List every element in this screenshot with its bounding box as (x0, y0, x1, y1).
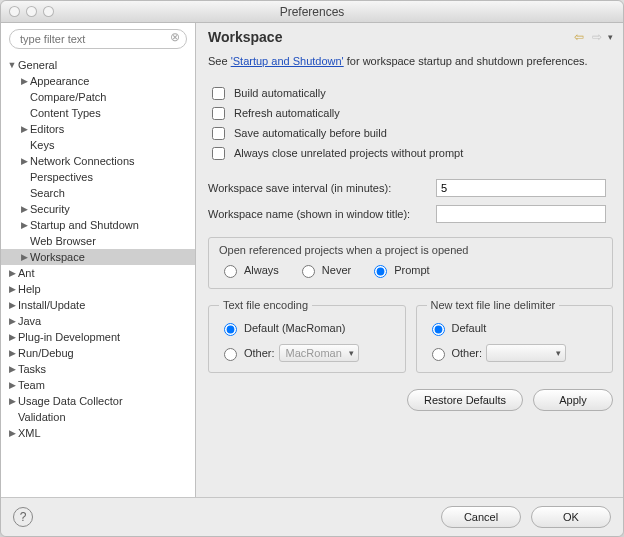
delimiter-other-radio[interactable] (432, 348, 445, 361)
open-ref-prompt-label: Prompt (394, 264, 429, 276)
tree-item[interactable]: ▶Workspace (1, 249, 195, 265)
tree-item-label: Run/Debug (17, 347, 74, 359)
save-interval-input[interactable] (436, 179, 606, 197)
delimiter-default-radio[interactable] (432, 323, 445, 336)
tree-item[interactable]: ▶Java (1, 313, 195, 329)
refresh-automatically-checkbox[interactable] (212, 107, 225, 120)
titlebar: Preferences (1, 1, 623, 23)
tree-item-label: Compare/Patch (29, 91, 106, 103)
encoding-other-radio[interactable] (224, 348, 237, 361)
tree-item-label: Perspectives (29, 171, 93, 183)
nav-icons: ⇦ ⇨ ▾ (572, 30, 613, 44)
chevron-right-icon[interactable]: ▶ (7, 268, 17, 278)
tree-item[interactable]: ▶Editors (1, 121, 195, 137)
refresh-automatically-label: Refresh automatically (234, 107, 340, 119)
apply-button[interactable]: Apply (533, 389, 613, 411)
tree-item-label: Plug-in Development (17, 331, 120, 343)
build-automatically-checkbox[interactable] (212, 87, 225, 100)
tree-item[interactable]: ▶Tasks (1, 361, 195, 377)
tree-item[interactable]: ▼General (1, 57, 195, 73)
clear-filter-icon[interactable]: ⊗ (169, 31, 181, 43)
tree-item-label: Help (17, 283, 41, 295)
open-ref-always-radio[interactable] (224, 265, 237, 278)
open-ref-always-label: Always (244, 264, 279, 276)
filter-input[interactable] (9, 29, 187, 49)
tree-item-label: Appearance (29, 75, 89, 87)
startup-shutdown-link[interactable]: 'Startup and Shutdown' (231, 55, 344, 67)
chevron-right-icon[interactable]: ▶ (19, 204, 29, 214)
tree-item[interactable]: Content Types (1, 105, 195, 121)
tree-item[interactable]: Keys (1, 137, 195, 153)
chevron-right-icon[interactable]: ▶ (7, 284, 17, 294)
sidebar: ⊗ ▼General▶AppearanceCompare/PatchConten… (1, 23, 196, 497)
open-ref-never-radio[interactable] (302, 265, 315, 278)
tree-item[interactable]: ▶Run/Debug (1, 345, 195, 361)
delimiter-other-label: Other: (452, 347, 483, 359)
close-unrelated-checkbox[interactable] (212, 147, 225, 160)
tree-item-label: Keys (29, 139, 54, 151)
tree-item-label: Network Connections (29, 155, 135, 167)
save-before-build-label: Save automatically before build (234, 127, 387, 139)
open-ref-prompt-radio[interactable] (374, 265, 387, 278)
chevron-right-icon[interactable]: ▶ (7, 316, 17, 326)
nav-menu-icon[interactable]: ▾ (608, 32, 613, 42)
tree-item-label: Team (17, 379, 45, 391)
delimiter-legend: New text file line delimiter (427, 299, 560, 311)
page-button-row: Restore Defaults Apply (208, 389, 613, 411)
tree-item[interactable]: Search (1, 185, 195, 201)
tree-item[interactable]: ▶Appearance (1, 73, 195, 89)
tree-item[interactable]: ▶Usage Data Collector (1, 393, 195, 409)
encoding-other-value: MacRoman (286, 347, 342, 359)
chevron-right-icon[interactable]: ▶ (19, 220, 29, 230)
ok-button[interactable]: OK (531, 506, 611, 528)
preferences-tree[interactable]: ▼General▶AppearanceCompare/PatchContent … (1, 55, 195, 497)
tree-item[interactable]: ▶Security (1, 201, 195, 217)
tree-item-label: Content Types (29, 107, 101, 119)
tree-item-label: Search (29, 187, 65, 199)
tree-item[interactable]: Validation (1, 409, 195, 425)
tree-item[interactable]: Web Browser (1, 233, 195, 249)
chevron-right-icon[interactable]: ▶ (7, 396, 17, 406)
tree-item-label: Web Browser (29, 235, 96, 247)
chevron-right-icon[interactable]: ▶ (7, 300, 17, 310)
chevron-right-icon[interactable]: ▶ (7, 364, 17, 374)
tree-item-label: Editors (29, 123, 64, 135)
tree-item[interactable]: ▶Network Connections (1, 153, 195, 169)
intro-suffix: for workspace startup and shutdown prefe… (344, 55, 588, 67)
encoding-other-select[interactable]: MacRoman (279, 344, 359, 362)
chevron-right-icon[interactable]: ▶ (7, 348, 17, 358)
delimiter-default-label: Default (452, 322, 487, 334)
encoding-legend: Text file encoding (219, 299, 312, 311)
tree-item[interactable]: ▶Plug-in Development (1, 329, 195, 345)
tree-item-label: Usage Data Collector (17, 395, 123, 407)
chevron-right-icon[interactable]: ▶ (7, 332, 17, 342)
cancel-button[interactable]: Cancel (441, 506, 521, 528)
encoding-default-label: Default (MacRoman) (244, 322, 345, 334)
workspace-name-input[interactable] (436, 205, 606, 223)
tree-item[interactable]: ▶Install/Update (1, 297, 195, 313)
tree-item-label: Java (17, 315, 41, 327)
tree-item[interactable]: Compare/Patch (1, 89, 195, 105)
delimiter-other-select[interactable] (486, 344, 566, 362)
chevron-down-icon[interactable]: ▼ (7, 60, 17, 70)
chevron-right-icon[interactable]: ▶ (19, 124, 29, 134)
intro-text: See 'Startup and Shutdown' for workspace… (208, 55, 613, 67)
back-icon[interactable]: ⇦ (572, 30, 586, 44)
chevron-right-icon[interactable]: ▶ (19, 76, 29, 86)
tree-item[interactable]: ▶Team (1, 377, 195, 393)
chevron-right-icon[interactable]: ▶ (19, 252, 29, 262)
help-icon[interactable]: ? (13, 507, 33, 527)
tree-item-label: Install/Update (17, 299, 85, 311)
encoding-default-radio[interactable] (224, 323, 237, 336)
tree-item[interactable]: ▶XML (1, 425, 195, 441)
forward-icon: ⇨ (590, 30, 604, 44)
chevron-right-icon[interactable]: ▶ (7, 428, 17, 438)
tree-item[interactable]: ▶Ant (1, 265, 195, 281)
restore-defaults-button[interactable]: Restore Defaults (407, 389, 523, 411)
chevron-right-icon[interactable]: ▶ (19, 156, 29, 166)
tree-item[interactable]: ▶Help (1, 281, 195, 297)
tree-item[interactable]: ▶Startup and Shutdown (1, 217, 195, 233)
chevron-right-icon[interactable]: ▶ (7, 380, 17, 390)
tree-item[interactable]: Perspectives (1, 169, 195, 185)
save-before-build-checkbox[interactable] (212, 127, 225, 140)
